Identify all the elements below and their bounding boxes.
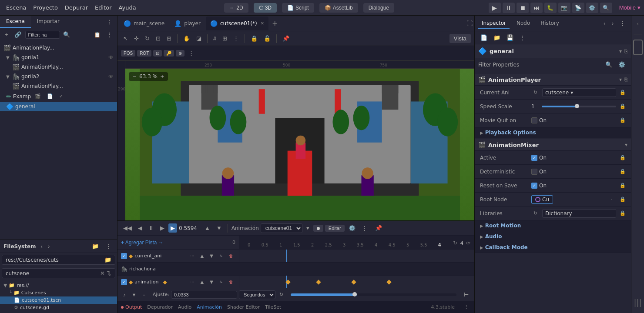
animation-check[interactable]: ✓ xyxy=(121,279,127,285)
add-track-btn[interactable]: + Agregar Pista → xyxy=(121,240,164,246)
scale-btn-vt[interactable]: ⊡ xyxy=(153,50,162,57)
tree-item-general[interactable]: 🔷 general xyxy=(0,102,117,111)
fs-path-icon[interactable]: 📁 xyxy=(104,256,111,263)
fs-sort-btn[interactable]: ⇅ xyxy=(107,270,111,276)
anim-player-expand-icon[interactable]: ▾ xyxy=(619,77,622,83)
debug-btn[interactable]: 🐛 xyxy=(544,3,557,13)
insp-save-btn[interactable]: 💾 xyxy=(504,33,516,42)
playback-section[interactable]: ▶ Playback Options xyxy=(475,127,631,138)
movie-quit-check[interactable] xyxy=(531,117,537,123)
animation-up[interactable]: ▲ xyxy=(198,278,206,286)
filter-search-icon[interactable]: 🔍 xyxy=(61,30,72,39)
kf-3[interactable] xyxy=(352,280,356,284)
callback-section[interactable]: ▶ Callback Mode xyxy=(475,242,631,253)
anim-step-btn[interactable]: ▶ xyxy=(158,223,167,233)
audio-section[interactable]: ▶ Audio xyxy=(475,231,631,242)
editor-tab-mainscene[interactable]: 🔵 main_scene xyxy=(119,17,169,30)
key-btn[interactable]: 🔑 xyxy=(164,50,174,57)
currentani-up[interactable]: ▲ xyxy=(198,252,206,260)
tl-fit-btn[interactable]: ⟳ xyxy=(464,239,473,247)
reset-save-check[interactable]: ✓ xyxy=(531,183,537,189)
filter-settings-btn[interactable]: ⚙️ xyxy=(616,60,627,69)
libraries-refresh[interactable]: ↻ xyxy=(531,209,540,217)
tree-item-gorila2-anim[interactable]: 🎬 AnimationPlay... xyxy=(0,81,117,91)
anim-more-btn[interactable]: ⋮ xyxy=(186,49,196,58)
deterministic-check[interactable] xyxy=(531,169,537,175)
animation-link[interactable]: ⤷ xyxy=(217,278,225,286)
speed-scale-bar[interactable] xyxy=(542,106,616,107)
insp-tab-history[interactable]: History xyxy=(537,18,563,29)
vt-rotate-btn[interactable]: ↻ xyxy=(143,34,152,43)
vt-unlock-btn[interactable]: 🔓 xyxy=(262,34,273,43)
vt-select-btn[interactable]: ↖ xyxy=(121,34,130,43)
far-right-bars-icon[interactable]: ||| xyxy=(634,298,641,310)
status-output[interactable]: Output xyxy=(121,304,142,310)
menu-escena[interactable]: Escena xyxy=(3,3,29,13)
timeline-track-2[interactable] xyxy=(239,276,474,288)
speed-scale-thumb[interactable] xyxy=(575,104,579,108)
status-depurador[interactable]: Depurador xyxy=(147,304,173,310)
status-shader[interactable]: Shader Editor xyxy=(227,304,260,310)
pos-btn[interactable]: POS xyxy=(121,50,135,57)
current-ani-dropdown[interactable]: cutscene ▾ xyxy=(542,88,616,97)
footer-timeline-bar[interactable] xyxy=(291,293,456,296)
fs-item-cutscene01[interactable]: 📄 cutscene01.tscn xyxy=(0,296,117,304)
filesystem-path[interactable]: res://Cutscenes/cuts 📁 xyxy=(2,255,115,265)
anim-pause-btn[interactable]: ⏸ xyxy=(146,223,156,233)
animation-down[interactable]: ▼ xyxy=(208,278,215,286)
anim-dropdown-btn[interactable]: ▾ xyxy=(304,223,312,233)
vista-btn[interactable]: Vista xyxy=(449,34,471,43)
root-node-lock[interactable]: 🔒 xyxy=(620,196,626,202)
zoom-in-btn[interactable]: + xyxy=(160,73,164,80)
anim-time-down[interactable]: ▼ xyxy=(214,223,224,233)
anim-play-btn[interactable]: ▶ xyxy=(168,223,177,233)
insp-folder-btn[interactable]: 📁 xyxy=(491,33,503,42)
gorila1-eye-icon[interactable]: 👁 xyxy=(108,54,114,60)
status-audio[interactable]: Audio xyxy=(178,304,191,310)
remote-btn[interactable]: 📡 xyxy=(572,3,584,13)
fs-item-cutscenes[interactable]: └ 📁 Cutscenes xyxy=(0,289,117,296)
anim-time-up[interactable]: ▲ xyxy=(202,223,212,233)
insp-nav-back[interactable]: ‹ xyxy=(601,19,607,28)
menu-depurar[interactable]: Depurar xyxy=(62,3,91,13)
snap-unit-select[interactable]: Segundos xyxy=(239,290,275,299)
currentani-more[interactable]: ··· xyxy=(188,252,197,260)
fs-forward-btn[interactable]: › xyxy=(46,242,52,251)
editar-btn[interactable]: Editar xyxy=(325,225,345,232)
kf-2[interactable] xyxy=(316,280,321,284)
libraries-val[interactable]: Dictionary xyxy=(542,209,616,218)
anim-more2-btn[interactable]: ⋮ xyxy=(359,223,369,233)
game-viewport[interactable]: − 63.3 % + xyxy=(125,69,474,220)
currentani-link[interactable]: ⤷ xyxy=(217,252,225,260)
mobile-dropdown-btn[interactable]: Mobile ▾ xyxy=(619,4,641,11)
general-ext-icon[interactable]: ⎘ xyxy=(624,48,627,54)
stop-btn[interactable]: ⏹ xyxy=(517,3,529,13)
insp-tab-inspector[interactable]: Inspector xyxy=(478,18,510,29)
tab-escena[interactable]: Escena xyxy=(0,16,31,28)
vt-clip-btn[interactable]: ◪ xyxy=(194,34,204,43)
tree-item-examp[interactable]: ✏️ Examp 🎬 📄 ✓ xyxy=(0,91,117,102)
scene-options-btn[interactable]: 📋 xyxy=(92,30,103,39)
tree-item-animplayer-root[interactable]: 🎬 AnimationPlay... xyxy=(0,43,117,53)
menu-editor[interactable]: Editor xyxy=(92,3,114,13)
animation-delete[interactable]: 🗑 xyxy=(227,278,235,286)
kf-4[interactable] xyxy=(387,280,392,284)
editor-tab-player[interactable]: 👤 player xyxy=(170,17,205,30)
insp-nav-fwd[interactable]: › xyxy=(610,19,616,28)
anim-name-select[interactable]: cutscene01 xyxy=(261,223,302,233)
movie-quit-lock[interactable]: 🔒 xyxy=(620,117,626,123)
tree-item-gorila1-anim[interactable]: 🎬 AnimationPlay... xyxy=(0,62,117,72)
vt-move-btn[interactable]: ✛ xyxy=(132,34,141,43)
anim-prev-btn[interactable]: ◀◀ xyxy=(121,223,134,233)
vt-snap-btn[interactable]: ⊞ xyxy=(220,34,229,43)
anim-settings-btn[interactable]: ⚙️ xyxy=(346,223,358,233)
anim-record-btn[interactable]: ⏺ xyxy=(313,225,323,232)
mode-3d-btn[interactable]: ⬡ 3D xyxy=(254,3,277,13)
link-btn[interactable]: 🔗 xyxy=(12,30,23,39)
general-expand-icon[interactable]: ▾ xyxy=(619,48,622,54)
root-node-options[interactable]: ⋮ xyxy=(607,196,616,203)
snap-loop-btn[interactable]: ↻ xyxy=(277,290,285,299)
filesystem-search[interactable]: cutscene ✕ ⇅ xyxy=(2,268,115,278)
currentani-check[interactable]: ✓ xyxy=(121,253,127,259)
anim-player-more-icon[interactable]: ⎘ xyxy=(624,77,627,83)
